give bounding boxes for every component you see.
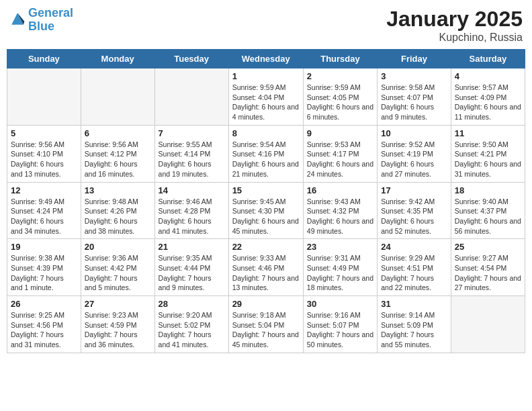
calendar-week-1: 1Sunrise: 9:59 AM Sunset: 4:04 PM Daylig… — [7, 68, 525, 126]
day-number: 25 — [455, 242, 521, 252]
day-number: 14 — [159, 185, 225, 195]
day-info: Sunrise: 9:59 AM Sunset: 4:04 PM Dayligh… — [232, 83, 300, 122]
calendar-cell: 24Sunrise: 9:29 AM Sunset: 4:51 PM Dayli… — [378, 239, 451, 296]
calendar-cell: 26Sunrise: 9:25 AM Sunset: 4:56 PM Dayli… — [7, 296, 81, 353]
month-title: January 2025 — [386, 7, 523, 32]
day-info: Sunrise: 9:54 AM Sunset: 4:16 PM Dayligh… — [232, 140, 300, 179]
day-number: 23 — [307, 242, 373, 252]
calendar-cell: 8Sunrise: 9:54 AM Sunset: 4:16 PM Daylig… — [228, 125, 303, 182]
day-info: Sunrise: 9:36 AM Sunset: 4:42 PM Dayligh… — [85, 253, 151, 293]
day-info: Sunrise: 9:56 AM Sunset: 4:10 PM Dayligh… — [11, 140, 77, 179]
calendar-cell: 23Sunrise: 9:31 AM Sunset: 4:49 PM Dayli… — [303, 239, 377, 296]
logo-line2: Blue — [28, 20, 73, 34]
day-info: Sunrise: 9:31 AM Sunset: 4:49 PM Dayligh… — [307, 253, 373, 293]
day-number: 19 — [11, 242, 77, 252]
calendar-cell: 10Sunrise: 9:52 AM Sunset: 4:19 PM Dayli… — [378, 125, 451, 182]
calendar-cell: 16Sunrise: 9:43 AM Sunset: 4:32 PM Dayli… — [303, 182, 377, 239]
day-info: Sunrise: 9:16 AM Sunset: 5:07 PM Dayligh… — [307, 310, 373, 350]
calendar-cell: 2Sunrise: 9:59 AM Sunset: 4:05 PM Daylig… — [303, 68, 377, 126]
day-number: 22 — [232, 242, 300, 252]
day-info: Sunrise: 9:20 AM Sunset: 5:02 PM Dayligh… — [159, 310, 225, 350]
calendar-cell: 31Sunrise: 9:14 AM Sunset: 5:09 PM Dayli… — [378, 296, 451, 353]
day-info: Sunrise: 9:25 AM Sunset: 4:56 PM Dayligh… — [11, 310, 77, 350]
calendar-cell: 9Sunrise: 9:53 AM Sunset: 4:17 PM Daylig… — [303, 125, 377, 182]
day-info: Sunrise: 9:27 AM Sunset: 4:54 PM Dayligh… — [455, 253, 521, 293]
day-info: Sunrise: 9:48 AM Sunset: 4:26 PM Dayligh… — [85, 197, 151, 236]
calendar-week-3: 12Sunrise: 9:49 AM Sunset: 4:24 PM Dayli… — [7, 182, 525, 239]
day-number: 10 — [381, 128, 447, 138]
day-number: 4 — [455, 71, 521, 81]
day-number: 9 — [307, 128, 373, 138]
logo: General Blue — [9, 7, 73, 34]
calendar-cell: 18Sunrise: 9:40 AM Sunset: 4:37 PM Dayli… — [451, 182, 525, 239]
day-number: 24 — [381, 242, 447, 252]
day-number: 31 — [381, 299, 447, 309]
calendar-cell: 29Sunrise: 9:18 AM Sunset: 5:04 PM Dayli… — [228, 296, 303, 353]
calendar-cell: 21Sunrise: 9:35 AM Sunset: 4:44 PM Dayli… — [154, 239, 228, 296]
weekday-header-thursday: Thursday — [303, 50, 377, 68]
day-info: Sunrise: 9:43 AM Sunset: 4:32 PM Dayligh… — [307, 197, 373, 236]
calendar-cell — [154, 68, 228, 126]
calendar-cell: 19Sunrise: 9:38 AM Sunset: 4:39 PM Dayli… — [7, 239, 81, 296]
calendar-cell: 15Sunrise: 9:45 AM Sunset: 4:30 PM Dayli… — [228, 182, 303, 239]
day-number: 20 — [85, 242, 151, 252]
day-info: Sunrise: 9:42 AM Sunset: 4:35 PM Dayligh… — [381, 197, 447, 236]
day-info: Sunrise: 9:53 AM Sunset: 4:17 PM Dayligh… — [307, 140, 373, 179]
day-number: 28 — [159, 299, 225, 309]
day-info: Sunrise: 9:38 AM Sunset: 4:39 PM Dayligh… — [11, 253, 77, 293]
day-number: 15 — [232, 185, 300, 195]
day-number: 6 — [85, 128, 151, 138]
day-info: Sunrise: 9:45 AM Sunset: 4:30 PM Dayligh… — [232, 197, 300, 236]
day-info: Sunrise: 9:55 AM Sunset: 4:14 PM Dayligh… — [159, 140, 225, 179]
logo-text: General Blue — [28, 7, 73, 34]
calendar-cell: 7Sunrise: 9:55 AM Sunset: 4:14 PM Daylig… — [154, 125, 228, 182]
day-number: 7 — [159, 128, 225, 138]
day-number: 13 — [85, 185, 151, 195]
weekday-header-saturday: Saturday — [451, 50, 525, 68]
day-number: 3 — [381, 71, 447, 81]
weekday-header-monday: Monday — [81, 50, 154, 68]
day-info: Sunrise: 9:18 AM Sunset: 5:04 PM Dayligh… — [232, 310, 300, 350]
day-number: 12 — [11, 185, 77, 195]
calendar-cell: 6Sunrise: 9:56 AM Sunset: 4:12 PM Daylig… — [81, 125, 154, 182]
day-number: 30 — [307, 299, 373, 309]
calendar-cell: 14Sunrise: 9:46 AM Sunset: 4:28 PM Dayli… — [154, 182, 228, 239]
day-info: Sunrise: 9:40 AM Sunset: 4:37 PM Dayligh… — [455, 197, 521, 236]
day-info: Sunrise: 9:59 AM Sunset: 4:05 PM Dayligh… — [307, 83, 373, 122]
weekday-header-friday: Friday — [378, 50, 451, 68]
calendar-cell: 11Sunrise: 9:50 AM Sunset: 4:21 PM Dayli… — [451, 125, 525, 182]
day-info: Sunrise: 9:52 AM Sunset: 4:19 PM Dayligh… — [381, 140, 447, 179]
day-info: Sunrise: 9:33 AM Sunset: 4:46 PM Dayligh… — [232, 253, 300, 293]
calendar-cell: 28Sunrise: 9:20 AM Sunset: 5:02 PM Dayli… — [154, 296, 228, 353]
weekday-header-sunday: Sunday — [7, 50, 81, 68]
calendar-cell: 1Sunrise: 9:59 AM Sunset: 4:04 PM Daylig… — [228, 68, 303, 126]
day-number: 18 — [455, 185, 521, 195]
calendar-week-5: 26Sunrise: 9:25 AM Sunset: 4:56 PM Dayli… — [7, 296, 525, 353]
logo-line1: General — [28, 7, 73, 20]
day-number: 5 — [11, 128, 77, 138]
calendar-cell — [451, 296, 525, 353]
calendar-cell: 12Sunrise: 9:49 AM Sunset: 4:24 PM Dayli… — [7, 182, 81, 239]
title-block: January 2025 Kupchino, Russia — [386, 7, 523, 44]
day-info: Sunrise: 9:57 AM Sunset: 4:09 PM Dayligh… — [455, 83, 521, 122]
calendar-cell: 3Sunrise: 9:58 AM Sunset: 4:07 PM Daylig… — [378, 68, 451, 126]
weekday-header-tuesday: Tuesday — [154, 50, 228, 68]
calendar-week-2: 5Sunrise: 9:56 AM Sunset: 4:10 PM Daylig… — [7, 125, 525, 182]
calendar-cell — [81, 68, 154, 126]
calendar-cell: 17Sunrise: 9:42 AM Sunset: 4:35 PM Dayli… — [378, 182, 451, 239]
calendar-cell — [7, 68, 81, 126]
calendar-cell: 22Sunrise: 9:33 AM Sunset: 4:46 PM Dayli… — [228, 239, 303, 296]
calendar-cell: 13Sunrise: 9:48 AM Sunset: 4:26 PM Dayli… — [81, 182, 154, 239]
calendar-cell: 30Sunrise: 9:16 AM Sunset: 5:07 PM Dayli… — [303, 296, 377, 353]
day-number: 17 — [381, 185, 447, 195]
calendar-cell: 25Sunrise: 9:27 AM Sunset: 4:54 PM Dayli… — [451, 239, 525, 296]
day-number: 27 — [85, 299, 151, 309]
day-info: Sunrise: 9:14 AM Sunset: 5:09 PM Dayligh… — [381, 310, 447, 350]
calendar-cell: 20Sunrise: 9:36 AM Sunset: 4:42 PM Dayli… — [81, 239, 154, 296]
day-number: 21 — [159, 242, 225, 252]
day-number: 29 — [232, 299, 300, 309]
day-info: Sunrise: 9:46 AM Sunset: 4:28 PM Dayligh… — [159, 197, 225, 236]
location: Kupchino, Russia — [386, 32, 523, 44]
day-info: Sunrise: 9:35 AM Sunset: 4:44 PM Dayligh… — [159, 253, 225, 293]
day-info: Sunrise: 9:56 AM Sunset: 4:12 PM Dayligh… — [85, 140, 151, 179]
